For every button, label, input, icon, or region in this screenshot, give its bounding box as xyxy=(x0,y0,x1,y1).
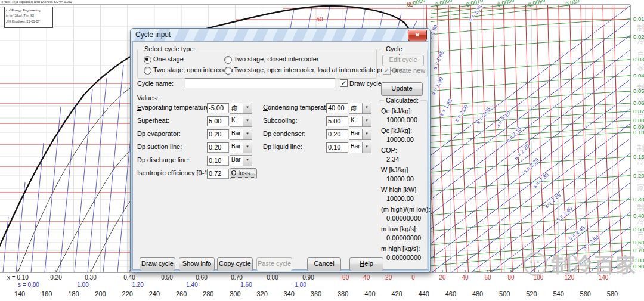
svg-text:-20: -20 xyxy=(383,274,392,281)
unit-value: K xyxy=(349,116,362,126)
chevron-down-icon[interactable]: ▼ xyxy=(243,103,252,113)
svg-text:520: 520 xyxy=(526,290,537,297)
svg-text:360: 360 xyxy=(311,290,321,297)
create-new-checkbox[interactable]: ✓ xyxy=(383,67,391,75)
svg-text:0.015: 0.015 xyxy=(633,15,644,22)
svg-text:0: 0 xyxy=(411,274,415,281)
radio-two-stage-open-intercooler[interactable] xyxy=(144,67,151,75)
chevron-down-icon[interactable]: ▼ xyxy=(362,103,371,113)
cycle-type-group: Select cycle type: One stage Two stage, … xyxy=(137,49,377,79)
condensing-temperature-input[interactable] xyxy=(326,103,348,113)
value-row-label: Superheat: xyxy=(137,117,169,124)
dp-discharge-line-input[interactable] xyxy=(207,156,229,166)
unit-dropdown[interactable]: Bar ▼ xyxy=(230,155,252,166)
evaporating-temperature-input[interactable] xyxy=(207,103,229,113)
svg-text:0.0050: 0.0050 xyxy=(407,0,426,8)
calc-value: 0.00000000 xyxy=(386,215,421,222)
svg-text:s = 2.20: s = 2.20 xyxy=(513,143,531,161)
radio-two-stage-closed-intercooler[interactable] xyxy=(224,56,232,64)
unit-value: 癈 xyxy=(349,103,362,113)
svg-text:140: 140 xyxy=(14,290,25,297)
svg-text:1.00: 1.00 xyxy=(77,281,89,288)
radio-two-stage-open-intercooler-load-at-intermediate-pressure[interactable] xyxy=(224,67,232,75)
svg-text:120: 120 xyxy=(565,274,575,281)
calc-value: 10000.00 xyxy=(386,136,414,143)
calc-label: m high [kg/s]: xyxy=(381,245,420,252)
chevron-down-icon[interactable]: ▼ xyxy=(243,156,252,166)
unit-dropdown[interactable]: Bar ▼ xyxy=(230,142,252,153)
dp-suction-line-input[interactable] xyxy=(207,142,229,153)
subcooling-input[interactable] xyxy=(326,116,348,126)
calculated-group: Calculated: xyxy=(379,100,428,269)
value-row-label: Dp evaporator: xyxy=(137,130,181,137)
cancel-button[interactable]: Cancel xyxy=(307,257,341,271)
svg-text:s = 0.80: s = 0.80 xyxy=(18,281,39,288)
svg-text:460: 460 xyxy=(445,290,456,297)
chevron-down-icon[interactable]: ▼ xyxy=(243,116,252,126)
chevron-down-icon[interactable]: ▼ xyxy=(362,142,371,153)
close-icon[interactable]: ✕ xyxy=(408,30,427,41)
calc-value: 0.00000000 xyxy=(386,234,421,241)
superheat-input[interactable] xyxy=(207,116,229,126)
svg-text:300: 300 xyxy=(230,290,240,297)
unit-dropdown[interactable]: K ▼ xyxy=(349,116,371,127)
calc-label: (m high)/(m low): xyxy=(381,206,431,213)
help-button[interactable]: Help xyxy=(349,257,383,271)
app-window: 1401601802002202402602803003203403603804… xyxy=(0,0,644,301)
chevron-down-icon[interactable]: ▼ xyxy=(243,142,252,153)
isentropic-efficiency-0-1-input[interactable] xyxy=(207,169,229,179)
update-button[interactable]: Update xyxy=(381,82,423,96)
chevron-down-icon[interactable]: ▼ xyxy=(243,129,252,139)
svg-text:1.20: 1.20 xyxy=(132,281,144,288)
info-box-line: in [m^3/kg], T in [K] xyxy=(6,13,51,18)
svg-text:s = 2.00: s = 2.00 xyxy=(453,104,469,123)
paste-cycle-button[interactable]: Paste cycle xyxy=(256,257,292,271)
radio-one-stage[interactable] xyxy=(144,56,151,64)
svg-text:80: 80 xyxy=(507,274,515,281)
cycle-input-dialog: Cycle input ✕ Select cycle type: One sta… xyxy=(130,28,431,272)
radio-label: Two stage, open intercooler, load at int… xyxy=(234,66,402,73)
unit-dropdown[interactable]: Bar ▼ xyxy=(230,129,252,140)
draw-cycle-label: Draw cycle xyxy=(349,80,382,87)
copy-cycle-button[interactable]: Copy cycle xyxy=(217,257,253,271)
svg-text:0.010: 0.010 xyxy=(565,0,580,8)
unit-value: Bar xyxy=(349,129,362,139)
unit-dropdown[interactable]: 癈 ▼ xyxy=(230,103,252,114)
unit-dropdown[interactable]: Bar ▼ xyxy=(349,142,371,153)
svg-text:320: 320 xyxy=(256,290,267,297)
chevron-down-icon[interactable]: ▼ xyxy=(362,116,371,126)
calculated-legend: Calculated: xyxy=(384,97,420,104)
dialog-title[interactable]: Cycle input xyxy=(131,29,430,41)
dp-liquid-line-input[interactable] xyxy=(326,142,348,153)
svg-text:0.0060: 0.0060 xyxy=(434,0,453,8)
calc-label: m low [kg/s]: xyxy=(381,225,417,232)
unit-dropdown[interactable]: Bar ▼ xyxy=(349,129,371,140)
q-loss-button[interactable]: Q loss... xyxy=(230,168,257,179)
unit-value: Bar xyxy=(349,142,362,153)
unit-value: K xyxy=(230,116,243,126)
svg-text:60: 60 xyxy=(484,274,491,281)
chevron-down-icon[interactable]: ▼ xyxy=(362,129,371,139)
unit-value: Bar xyxy=(230,156,243,166)
unit-dropdown[interactable]: 癈 ▼ xyxy=(349,103,371,114)
svg-text:0.40: 0.40 xyxy=(123,274,135,281)
edit-cycle-button[interactable]: Edit cycle xyxy=(382,55,424,66)
svg-text:100: 100 xyxy=(534,274,544,281)
draw-cycle-button[interactable]: Draw cycle xyxy=(140,257,175,271)
show-info-button[interactable]: Show info xyxy=(179,257,215,271)
dp-evaporator-input[interactable] xyxy=(207,129,229,139)
cycle-name-input[interactable] xyxy=(185,78,335,88)
calc-label: W [kJ/kg] xyxy=(381,166,408,173)
chart-info-box: t of Energy Engineeringin [m^3/kg], T in… xyxy=(4,7,53,28)
value-row-label: Dp condenser: xyxy=(263,130,306,137)
draw-cycle-checkbox[interactable]: ✓ xyxy=(340,79,348,87)
svg-text:0.90: 0.90 xyxy=(302,274,314,281)
values-heading: Values: xyxy=(137,94,159,101)
svg-text:0.70: 0.70 xyxy=(231,274,243,281)
radio-label: One stage xyxy=(153,55,184,63)
unit-dropdown[interactable]: K ▼ xyxy=(230,116,252,127)
watermark-edge-column: 制冷百家 制冷百家 制冷百家 制冷百家 制冷百家 制冷百家 xyxy=(637,24,644,274)
svg-text:50: 50 xyxy=(316,16,323,23)
dp-condenser-input[interactable] xyxy=(326,129,348,139)
svg-text:40: 40 xyxy=(462,274,469,281)
